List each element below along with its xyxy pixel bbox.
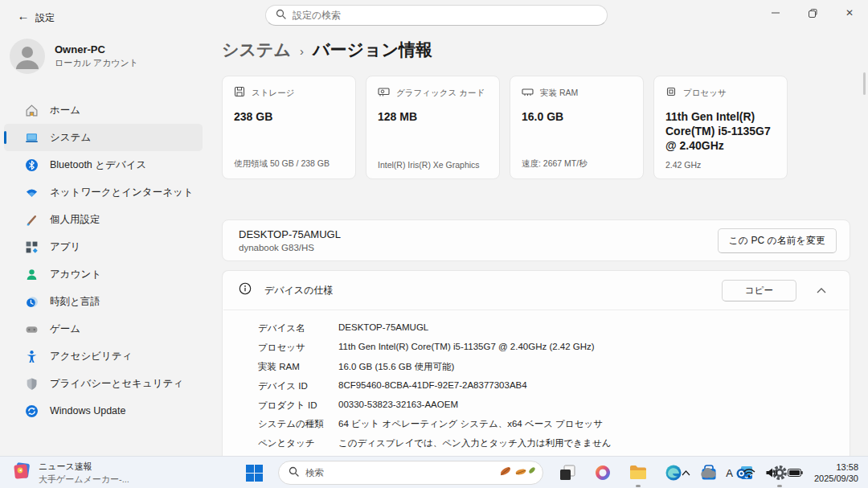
sidebar: Owner-PC ローカル アカウント ホーム システム Bluetooth と… <box>0 32 217 456</box>
wifi-tray-icon[interactable] <box>738 458 760 487</box>
sidebar-item-windows-update[interactable]: Windows Update <box>4 397 203 424</box>
settings-search-input[interactable]: 設定の検索 <box>265 5 608 26</box>
wifi-icon <box>25 186 39 199</box>
pc-model: dynabook G83/HS <box>239 243 341 252</box>
task-view-button[interactable] <box>551 457 583 488</box>
sidebar-nav: ホーム システム Bluetooth とデバイス ネットワークとインターネット … <box>4 96 203 424</box>
minimize-button[interactable] <box>757 0 794 26</box>
account-profile[interactable]: Owner-PC ローカル アカウント <box>10 39 138 74</box>
close-button[interactable]: ✕ <box>831 0 868 26</box>
restore-button[interactable] <box>794 0 831 26</box>
search-placeholder: 設定の検索 <box>293 9 341 23</box>
back-button[interactable]: ← <box>10 3 37 27</box>
cpu-card: プロセッサ 11th Gen Intel(R) Core(TM) i5-1135… <box>653 76 788 179</box>
storage-value: 238 GB <box>234 109 344 124</box>
window-title: 設定 <box>35 11 55 25</box>
widget-headline: ニュース速報 <box>39 461 129 473</box>
main-content: システム › バージョン情報 ストレージ 238 GB 使用領域 50 GB /… <box>217 32 868 456</box>
breadcrumb-system[interactable]: システム <box>222 39 291 61</box>
copilot-button[interactable] <box>587 457 619 488</box>
start-button[interactable] <box>238 457 270 488</box>
taskbar: ニュース速報 大手ゲームメーカー-... 検索 <box>0 456 868 488</box>
clock[interactable]: 13:58 2025/09/30 <box>808 461 868 484</box>
page-title: バージョン情報 <box>313 39 432 61</box>
home-icon <box>25 104 39 117</box>
table-row: ペンとタッチ このディスプレイでは、ペン入力とタッチ入力は利用できません <box>258 434 850 453</box>
system-icon <box>25 131 39 145</box>
volume-icon[interactable] <box>760 458 783 487</box>
onedrive-icon[interactable] <box>695 458 721 487</box>
scrollbar[interactable] <box>863 72 866 95</box>
update-icon <box>25 404 39 418</box>
ram-detail: 速度: 2667 MT/秒 <box>522 158 635 170</box>
settings-window: ← 設定 設定の検索 ✕ Owner-PC ローカル アカウント <box>0 0 868 488</box>
sidebar-item-gaming[interactable]: ゲーム <box>4 315 203 342</box>
widgets-button[interactable]: ニュース速報 大手ゲームメーカー-... <box>5 459 136 486</box>
account-icon <box>25 268 39 281</box>
avatar <box>10 39 45 74</box>
storage-card: ストレージ 238 GB 使用領域 50 GB / 238 GB <box>222 76 356 179</box>
widget-subline: 大手ゲームメーカー-... <box>39 474 129 486</box>
bluetooth-icon <box>25 158 39 172</box>
specs-title: デバイスの仕様 <box>264 284 333 297</box>
cpu-detail: 2.42 GHz <box>665 160 779 170</box>
cpu-value: 11th Gen Intel(R) Core(TM) i5-1135G7 @ 2… <box>665 109 776 153</box>
info-icon <box>239 282 252 298</box>
brush-icon <box>25 213 39 227</box>
table-row: 実装 RAM 16.0 GB (15.6 GB 使用可能) <box>258 358 850 377</box>
pc-name-panel: DESKTOP-75AMUGL dynabook G83/HS この PC の名… <box>222 219 850 261</box>
widgets-news-icon <box>11 461 32 485</box>
account-type: ローカル アカウント <box>55 57 138 69</box>
breadcrumb: システム › バージョン情報 <box>222 39 432 61</box>
cpu-icon <box>665 86 677 100</box>
breadcrumb-separator: › <box>300 43 304 58</box>
clock-globe-icon <box>25 295 39 309</box>
titlebar: ← 設定 設定の検索 ✕ <box>0 0 868 32</box>
table-row: デバイス名 DESKTOP-75AMUGL <box>258 319 850 338</box>
tray-date: 2025/09/30 <box>814 473 858 484</box>
tray-time: 13:58 <box>814 461 858 473</box>
file-explorer-button[interactable] <box>622 457 654 488</box>
sidebar-item-accessibility[interactable]: アクセシビリティ <box>4 342 203 370</box>
rename-pc-button[interactable]: この PC の名前を変更 <box>718 228 837 253</box>
spec-cards: ストレージ 238 GB 使用領域 50 GB / 238 GB グラフィックス… <box>222 76 788 179</box>
seasonal-leaves-icon <box>496 461 538 484</box>
gpu-detail: Intel(R) Iris(R) Xe Graphics <box>378 160 491 170</box>
ime-indicator[interactable]: A <box>721 458 738 487</box>
gpu-value: 128 MB <box>378 109 488 124</box>
sidebar-item-home[interactable]: ホーム <box>4 96 203 124</box>
table-row: プロダクト ID 00330-53823-32163-AAOEM <box>258 396 850 415</box>
table-row: プロセッサ 11th Gen Intel(R) Core(TM) i5-1135… <box>258 338 850 358</box>
ram-icon <box>522 86 534 100</box>
account-name: Owner-PC <box>55 43 138 55</box>
gamepad-icon <box>25 322 39 336</box>
storage-icon <box>234 86 245 100</box>
battery-icon[interactable] <box>783 458 808 487</box>
sidebar-item-network-internet[interactable]: ネットワークとインターネット <box>4 178 203 206</box>
table-row: デバイス ID 8CF95460-8CBA-41DF-92E7-2A837730… <box>258 376 850 396</box>
sidebar-item-accounts[interactable]: アカウント <box>4 260 203 288</box>
sidebar-item-system[interactable]: システム <box>4 124 203 151</box>
ram-card: 実装 RAM 16.0 GB 速度: 2667 MT/秒 <box>510 76 644 179</box>
sidebar-item-personalization[interactable]: 個人用設定 <box>4 206 203 233</box>
sidebar-item-apps[interactable]: アプリ <box>4 233 203 260</box>
gpu-icon <box>378 86 390 100</box>
specs-table: デバイス名 DESKTOP-75AMUGL プロセッサ 11th Gen Int… <box>223 310 850 453</box>
tray-chevron-icon[interactable] <box>677 458 695 487</box>
device-specs-panel: デバイスの仕様 コピー デバイス名 DESKTOP-75AMUGL プロセッサ … <box>222 270 850 463</box>
selection-accent-bar <box>4 131 6 144</box>
running-indicator <box>636 485 641 487</box>
sidebar-item-bluetooth-devices[interactable]: Bluetooth とデバイス <box>4 151 203 178</box>
shield-icon <box>25 377 39 391</box>
taskbar-search-input[interactable]: 検索 <box>278 461 543 485</box>
search-icon <box>276 8 286 23</box>
copy-button[interactable]: コピー <box>722 280 796 301</box>
table-row: システムの種類 64 ビット オペレーティング システム、x64 ベース プロセ… <box>258 415 850 434</box>
gpu-card: グラフィックス カード 128 MB Intel(R) Iris(R) Xe G… <box>366 76 500 179</box>
storage-detail: 使用領域 50 GB / 238 GB <box>234 158 347 170</box>
pc-name: DESKTOP-75AMUGL <box>239 228 341 240</box>
sidebar-item-privacy-security[interactable]: プライバシーとセキュリティ <box>4 370 203 397</box>
collapse-chevron-icon[interactable] <box>809 278 833 302</box>
sidebar-item-time-language[interactable]: 時刻と言語 <box>4 288 203 315</box>
apps-icon <box>25 240 39 254</box>
